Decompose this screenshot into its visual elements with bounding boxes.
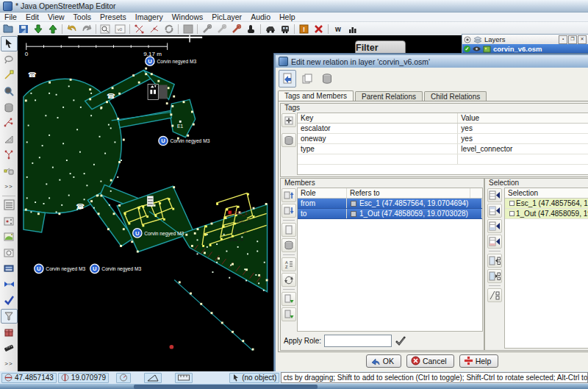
tab-child-relations[interactable]: Child Relations: [424, 91, 487, 101]
menu-piclayer[interactable]: PicLayer: [207, 13, 246, 21]
photo-icon[interactable]: [1, 245, 18, 260]
menu-view[interactable]: View: [43, 13, 69, 21]
add-selection-at-start-icon[interactable]: [487, 188, 502, 202]
terminal-icon[interactable]: [1, 261, 18, 276]
move-node-tool-icon[interactable]: [1, 115, 18, 131]
delete-tag-icon[interactable]: [282, 133, 296, 147]
remove-selected-members-icon[interactable]: [487, 288, 502, 302]
histogram-icon[interactable]: [345, 23, 359, 35]
edit-member-icon[interactable]: [282, 223, 296, 237]
duplicate-relation-icon[interactable]: [298, 70, 316, 88]
layer-row-corvin[interactable]: ✓ corvin_v6.osm: [462, 44, 588, 54]
member-row-to[interactable]: to 1_Out (47.4858059, 19.0703028): [298, 209, 482, 219]
download-incomplete-members-icon[interactable]: [282, 307, 296, 321]
layers-stick-button[interactable]: ▪: [559, 35, 567, 44]
menu-audio[interactable]: Audio: [246, 13, 275, 21]
select-member-objects-icon[interactable]: [487, 269, 502, 283]
download-members-icon[interactable]: [282, 292, 296, 306]
split-node-tool-icon[interactable]: [1, 147, 18, 163]
sort-members-icon[interactable]: AZ: [282, 257, 296, 271]
redo-icon[interactable]: [79, 23, 93, 35]
apply-role-confirm-icon[interactable]: [395, 335, 406, 346]
move-member-down-icon[interactable]: [282, 204, 296, 218]
create-node-tool-icon[interactable]: [1, 163, 18, 179]
tag-row-empty[interactable]: [298, 154, 588, 165]
member-row-from[interactable]: from Esc_1 (47.4857564, 19.0704694): [298, 199, 482, 209]
menu-file[interactable]: File: [0, 13, 21, 21]
layer-active-check-icon[interactable]: ✓: [464, 46, 470, 52]
add-selection-above-icon[interactable]: [487, 204, 502, 218]
delete-relation-icon[interactable]: [318, 70, 336, 88]
conflict-icon[interactable]: [1, 277, 18, 293]
tags-table[interactable]: Key Value escalator yes oneway yes typ: [297, 113, 588, 175]
add-selection-below-icon[interactable]: [487, 219, 502, 233]
layers-close-button[interactable]: ✕: [578, 35, 587, 44]
select-tool-icon[interactable]: [1, 36, 18, 51]
menu-tools[interactable]: Tools: [69, 13, 96, 21]
close-icon[interactable]: [312, 23, 326, 35]
ok-button[interactable]: OK: [366, 354, 401, 368]
car-icon[interactable]: [263, 23, 277, 35]
imagery-icon[interactable]: [1, 229, 18, 245]
selection-row-esc1[interactable]: Esc_1 (47.4857564, 19.0704694): [505, 199, 588, 209]
draw-node-tool-icon[interactable]: [1, 68, 18, 83]
tag-row-oneway[interactable]: oneway yes: [298, 134, 588, 144]
undo-icon[interactable]: [65, 23, 79, 35]
filter-icon[interactable]: [1, 309, 18, 324]
improve-accuracy-tool-icon[interactable]: [1, 131, 18, 146]
default-zoom-icon[interactable]: v0: [113, 23, 127, 35]
menu-presets[interactable]: Presets: [96, 13, 131, 21]
collapse-icon[interactable]: [464, 36, 471, 43]
public-transport-icon[interactable]: [278, 23, 292, 35]
wikipedia-icon[interactable]: w: [331, 23, 345, 35]
open-icon[interactable]: [1, 23, 15, 35]
apply-role-input[interactable]: [324, 335, 392, 347]
selection-row-1out[interactable]: 1_Out (47.4858059, 19.0703028): [505, 209, 588, 219]
save-icon[interactable]: [16, 23, 30, 35]
remove-member-icon[interactable]: [282, 238, 296, 252]
add-tag-icon[interactable]: [282, 113, 296, 127]
layers-window-button[interactable]: ❐: [568, 35, 577, 44]
tag-row-type[interactable]: type level_connector: [298, 144, 588, 154]
dialog-title-bar[interactable]: Edit new relation in layer 'corvin_v6.os…: [276, 55, 588, 68]
zoom-selection-icon[interactable]: [98, 23, 112, 35]
panel-toggle-icon[interactable]: [1, 198, 18, 213]
zoom-tool-icon[interactable]: [1, 84, 18, 99]
tab-tags-and-members[interactable]: Tags and Members: [278, 90, 354, 101]
reverse-order-icon[interactable]: [282, 273, 296, 287]
more-tools-expander[interactable]: >>: [1, 179, 18, 194]
select-members-icon[interactable]: [487, 254, 502, 268]
delete-tool-icon[interactable]: [1, 99, 18, 115]
synchronize-icon[interactable]: [162, 23, 176, 35]
split-way-icon[interactable]: [147, 23, 161, 35]
validator-icon[interactable]: [1, 293, 18, 308]
title-bar[interactable]: * Java OpenStreetMap Editor: [0, 0, 588, 13]
selection-table[interactable]: Selection Esc_1 (47.4857564, 19.0704694)…: [504, 188, 588, 349]
help-button[interactable]: Help: [459, 354, 499, 368]
menu-help[interactable]: Help: [275, 13, 300, 21]
apply-changes-icon[interactable]: [279, 70, 296, 88]
no-imagery-icon[interactable]: [181, 23, 195, 35]
upload-icon[interactable]: [46, 23, 60, 35]
map-paint-3-icon[interactable]: [229, 23, 243, 35]
esc1-selected-node[interactable]: [228, 210, 232, 214]
measure-icon[interactable]: [1, 340, 18, 356]
changeset-icon[interactable]: [1, 324, 18, 340]
tag-row-escalator[interactable]: escalator yes: [298, 124, 588, 134]
download-icon[interactable]: [31, 23, 45, 35]
members-table[interactable]: Role Refers to from Esc_1 (47.4857564, 1…: [297, 188, 483, 332]
warning-icon[interactable]: !: [297, 23, 311, 35]
map-paint-1-icon[interactable]: [200, 23, 214, 35]
map-marker-icon[interactable]: [1, 213, 18, 229]
menu-imagery[interactable]: Imagery: [131, 13, 168, 21]
lasso-tool-icon[interactable]: [1, 52, 18, 68]
menu-windows[interactable]: Windows: [168, 13, 208, 21]
menu-edit[interactable]: Edit: [21, 13, 43, 21]
cancel-button[interactable]: Cancel: [406, 354, 454, 368]
more-panels-expander[interactable]: >>: [1, 356, 18, 371]
layer-visible-eye-icon[interactable]: [473, 46, 481, 52]
move-member-up-icon[interactable]: [282, 188, 296, 202]
unglue-icon[interactable]: [132, 23, 146, 35]
follow-hand-icon[interactable]: [244, 23, 258, 35]
tab-parent-relations[interactable]: Parent Relations: [355, 91, 423, 101]
